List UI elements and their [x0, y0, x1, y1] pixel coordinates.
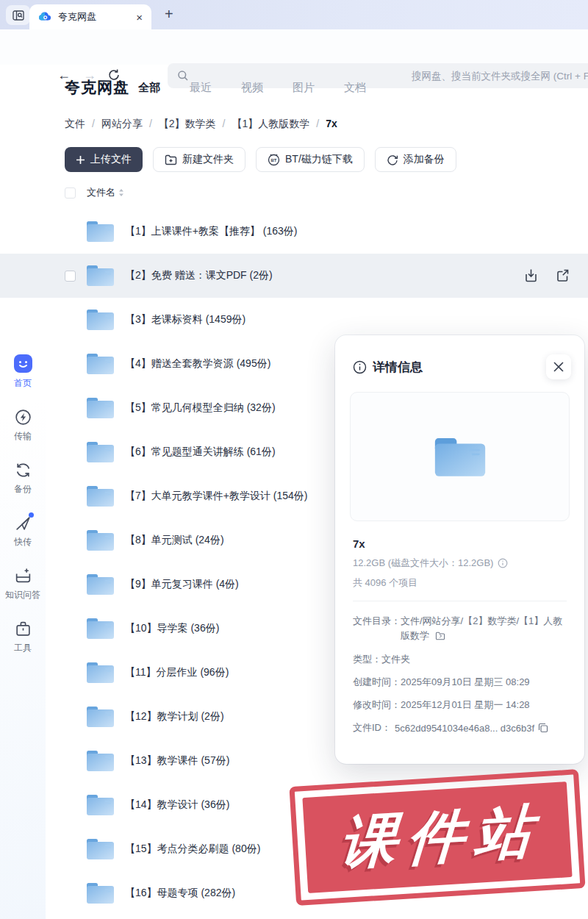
info-icon	[353, 360, 367, 374]
file-name[interactable]: 【14】教学设计 (36份)	[125, 798, 229, 812]
breadcrumb: 文件 / 网站分享 / 【2】数学类 / 【1】人教版数学 / 7x	[65, 118, 337, 131]
folder-icon	[86, 793, 115, 816]
app-window: 夸克网盘 × + ← → 搜网盘、搜当前文件夹或搜全网 (Ctrl + F) 首…	[0, 0, 588, 919]
browser-sidebar-toggle-button[interactable]	[6, 5, 30, 25]
row-checkbox[interactable]	[65, 271, 76, 282]
folder-icon	[86, 308, 115, 331]
bt-magnet-download-button[interactable]: BT BT/磁力链下载	[256, 147, 365, 172]
file-name[interactable]: 【10】导学案 (36份)	[125, 622, 219, 635]
open-external-icon[interactable]	[555, 268, 570, 283]
tab-recent[interactable]: 最近	[190, 81, 212, 95]
folder-icon	[86, 661, 115, 684]
select-all-checkbox[interactable]	[65, 187, 76, 199]
tab-title: 夸克网盘	[58, 10, 136, 24]
bt-icon: BT	[268, 154, 280, 166]
folder-icon-large	[434, 435, 487, 478]
tab-all[interactable]: 全部	[138, 81, 160, 95]
search-placeholder: 搜网盘、搜当前文件夹或搜全网 (Ctrl + F)	[412, 70, 588, 83]
details-file-id: 5c62dd9541034e46a8... d3c6b3f	[395, 723, 534, 734]
window-search-icon	[12, 10, 24, 21]
file-name[interactable]: 【9】单元复习课件 (4份)	[125, 578, 239, 591]
divider	[353, 601, 567, 601]
browser-toolbar: ← → 搜网盘、搜当前文件夹或搜全网 (Ctrl + F)	[0, 29, 588, 65]
folder-icon	[86, 882, 115, 904]
kejianzhan-stamp: 课件站	[289, 769, 585, 906]
folder-icon	[86, 749, 115, 772]
breadcrumb-item[interactable]: 【1】人教版数学	[232, 118, 309, 131]
new-folder-label: 新建文件夹	[182, 153, 234, 166]
breadcrumb-separator: /	[316, 118, 319, 131]
action-bar: 上传文件 新建文件夹 BT BT/磁力链下载 添加备份	[65, 147, 456, 172]
folder-icon	[86, 264, 115, 287]
file-name[interactable]: 【8】单元测试 (24份)	[125, 534, 224, 547]
file-name[interactable]: 【2】免费 赠送：课文PDF (2份)	[125, 269, 273, 282]
file-name[interactable]: 【11】分层作业 (96份)	[125, 666, 229, 679]
folder-icon	[86, 396, 115, 419]
browser-tab[interactable]: 夸克网盘 ×	[29, 4, 151, 29]
file-name[interactable]: 【15】考点分类必刷题 (80份)	[125, 843, 260, 856]
details-file-name: 7x	[353, 537, 567, 550]
plus-icon	[76, 155, 85, 165]
breadcrumb-item[interactable]: 【2】数学类	[159, 118, 216, 131]
details-panel: 详情信息 7x 12.2GB (磁盘文件大小：12.2GB) 共 4096 个项…	[335, 335, 584, 764]
download-icon[interactable]	[523, 268, 539, 283]
folder-icon	[86, 440, 115, 463]
file-name[interactable]: 【6】常见题型通关讲解练 (61份)	[125, 446, 276, 459]
browser-tabstrip: 夸克网盘 × +	[0, 0, 588, 29]
file-name[interactable]: 【7】大单元教学课件+教学设计 (154份)	[125, 490, 308, 503]
file-row[interactable]: 【1】上课课件+教案【推荐】 (163份)	[0, 210, 588, 254]
sort-icon[interactable]	[118, 188, 124, 197]
table-header: 文件名	[65, 186, 124, 199]
details-created: 创建时间：2025年09月10日 星期三 08:29	[353, 676, 530, 689]
details-file-id-label: 文件ID：	[353, 721, 391, 734]
breadcrumb-current: 7x	[326, 118, 337, 131]
filename-column-header[interactable]: 文件名	[87, 186, 115, 199]
breadcrumb-separator: /	[149, 118, 152, 131]
stamp-text: 课件站	[330, 792, 545, 882]
add-backup-icon	[387, 154, 398, 165]
quark-logo-icon	[38, 11, 51, 23]
size-info-icon[interactable]	[498, 558, 508, 568]
file-name[interactable]: 【12】教学计划 (2份)	[125, 710, 224, 723]
file-name[interactable]: 【16】母题专项 (282份)	[125, 887, 235, 900]
folder-icon	[86, 484, 115, 507]
file-name[interactable]: 【3】老课标资料 (1459份)	[125, 313, 245, 326]
upload-file-button[interactable]: 上传文件	[65, 147, 143, 172]
folder-icon	[86, 705, 115, 728]
breadcrumb-item[interactable]: 文件	[65, 118, 85, 131]
add-backup-button[interactable]: 添加备份	[375, 147, 456, 172]
view-tabs: 全部 最近 视频 图片 文档	[138, 81, 366, 95]
tab-image[interactable]: 图片	[293, 81, 315, 95]
page-title: 夸克网盘	[65, 77, 129, 98]
tab-doc[interactable]: 文档	[344, 81, 366, 95]
folder-icon	[86, 617, 115, 640]
file-name[interactable]: 【13】教学课件 (57份)	[125, 754, 229, 768]
svg-text:BT: BT	[271, 158, 277, 162]
folder-icon	[86, 837, 115, 860]
directory-value: 文件/网站分享/【2】数学类/【1】人教版数学	[401, 615, 562, 641]
new-folder-icon	[165, 154, 177, 165]
file-name[interactable]: 【5】常见几何模型全归纳 (32份)	[125, 401, 276, 415]
file-row-selected[interactable]: 【2】免费 赠送：课文PDF (2份)	[0, 254, 588, 298]
tab-video[interactable]: 视频	[241, 81, 263, 95]
new-tab-button[interactable]: +	[165, 6, 173, 23]
tab-close-icon[interactable]: ×	[136, 12, 143, 23]
details-item-count: 共 4096 个项目	[353, 576, 417, 590]
copy-icon[interactable]	[538, 723, 548, 733]
file-name[interactable]: 【4】赠送全套教学资源 (495份)	[125, 357, 270, 371]
details-type: 类型：文件夹	[353, 653, 410, 666]
go-to-folder-icon[interactable]	[435, 632, 445, 640]
search-icon	[177, 70, 189, 82]
folder-icon	[86, 529, 115, 551]
details-title: 详情信息	[373, 359, 546, 376]
breadcrumb-separator: /	[223, 118, 226, 131]
details-size: 12.2GB (磁盘文件大小：12.2GB)	[353, 557, 493, 570]
stamp-background: 课件站	[302, 782, 572, 893]
file-name[interactable]: 【1】上课课件+教案【推荐】 (163份)	[125, 225, 298, 238]
breadcrumb-item[interactable]: 网站分享	[101, 118, 143, 131]
details-modified: 修改时间：2025年12月01日 星期一 14:28	[353, 698, 530, 712]
new-folder-button[interactable]: 新建文件夹	[153, 147, 245, 172]
folder-icon	[86, 352, 115, 375]
bt-download-label: BT/磁力链下载	[285, 153, 353, 166]
close-details-button[interactable]	[546, 354, 571, 379]
